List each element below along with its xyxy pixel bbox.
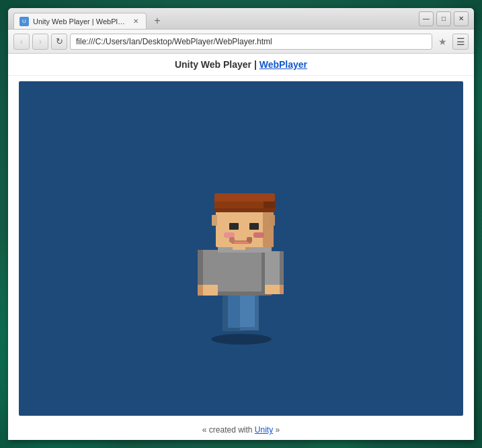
svg-point-0	[211, 334, 272, 345]
svg-rect-33	[229, 237, 235, 242]
refresh-button[interactable]: ↻	[51, 34, 67, 50]
browser-window: U Unity Web Player | WebPlay... ✕ + — □ …	[8, 8, 474, 440]
footer-unity-link[interactable]: Unity	[255, 425, 273, 435]
svg-rect-35	[234, 242, 249, 243]
tab-favicon: U	[19, 17, 29, 26]
svg-rect-27	[214, 193, 275, 201]
address-text: file:///C:/Users/Ian/Desktop/WebPlayer/W…	[76, 37, 272, 46]
navigation-bar: ‹ › ↻ file:///C:/Users/Ian/Desktop/WebPl…	[8, 30, 474, 54]
game-viewport[interactable]	[19, 81, 463, 416]
svg-rect-34	[247, 237, 252, 242]
svg-rect-31	[253, 232, 264, 238]
minimize-button[interactable]: —	[419, 11, 434, 26]
footer-bar: « created with Unity »	[8, 421, 474, 440]
svg-rect-14	[198, 285, 203, 296]
svg-rect-12	[198, 250, 203, 289]
address-bar[interactable]: file:///C:/Users/Ian/Desktop/WebPlayer/W…	[70, 34, 432, 50]
maximize-button[interactable]: □	[436, 11, 451, 26]
tab-area: U Unity Web Player | WebPlay... ✕ +	[8, 8, 413, 29]
svg-rect-2	[223, 294, 228, 331]
new-tab-button[interactable]: +	[149, 13, 165, 29]
svg-rect-5	[255, 296, 259, 330]
svg-rect-37	[270, 215, 275, 226]
footer-text-after: »	[273, 425, 280, 435]
svg-rect-36	[212, 215, 217, 226]
page-title-bar: Unity Web Player | WebPlayer	[8, 54, 474, 76]
window-controls: — □ ✕	[413, 8, 474, 29]
bookmark-button[interactable]: ★	[435, 34, 450, 49]
character-scene	[19, 81, 463, 416]
settings-button[interactable]: ☰	[452, 34, 469, 50]
page-title-text: Unity Web Player |	[175, 59, 259, 70]
forward-button[interactable]: ›	[32, 34, 48, 50]
tab-label: Unity Web Player | WebPlay...	[33, 17, 127, 26]
back-button[interactable]: ‹	[13, 34, 30, 50]
page-title-link[interactable]: WebPlayer	[259, 59, 307, 70]
svg-rect-6	[240, 327, 259, 330]
footer-text-before: « created with	[202, 425, 255, 435]
svg-rect-10	[218, 292, 272, 296]
svg-rect-30	[224, 232, 235, 238]
svg-rect-26	[214, 208, 275, 212]
svg-rect-28	[229, 223, 239, 230]
svg-rect-18	[280, 285, 284, 294]
svg-rect-29	[249, 223, 259, 230]
tab-close-button[interactable]: ✕	[131, 17, 140, 26]
svg-rect-3	[223, 328, 243, 331]
active-tab[interactable]: U Unity Web Player | WebPlay... ✕	[13, 13, 147, 29]
close-button[interactable]: ✕	[454, 11, 469, 26]
svg-rect-16	[280, 251, 284, 289]
page-content: Unity Web Player | WebPlayer	[8, 54, 474, 440]
title-bar: U Unity Web Player | WebPlay... ✕ + — □ …	[8, 8, 474, 30]
character-svg	[167, 141, 315, 356]
